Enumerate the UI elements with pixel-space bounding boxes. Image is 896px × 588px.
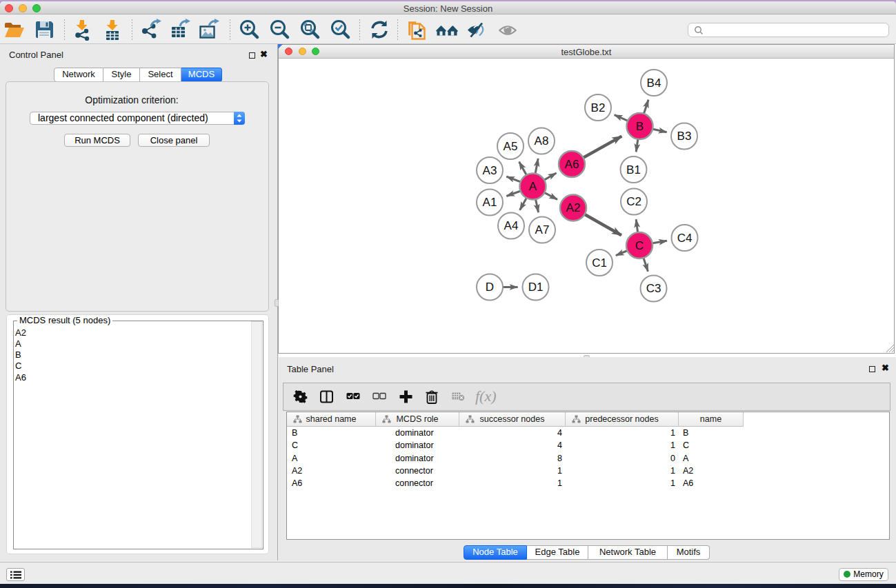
svg-text:A8: A8: [535, 134, 549, 148]
svg-text:A3: A3: [483, 164, 497, 177]
svg-text:B2: B2: [591, 101, 606, 114]
svg-text:B3: B3: [677, 130, 692, 143]
svg-text:B4: B4: [647, 77, 661, 90]
svg-text:A2: A2: [566, 201, 581, 214]
svg-text:D: D: [486, 281, 494, 294]
svg-text:A4: A4: [504, 219, 519, 232]
svg-text:C2: C2: [626, 195, 641, 208]
svg-text:A7: A7: [535, 223, 550, 236]
svg-text:C4: C4: [677, 232, 693, 245]
svg-text:C3: C3: [646, 282, 661, 295]
svg-text:A: A: [529, 180, 537, 193]
svg-text:D1: D1: [528, 281, 544, 294]
svg-text:C1: C1: [592, 256, 607, 270]
svg-text:B1: B1: [626, 163, 641, 176]
svg-text:A5: A5: [504, 140, 518, 153]
svg-text:A1: A1: [483, 196, 497, 209]
svg-text:B: B: [636, 120, 644, 133]
svg-text:A6: A6: [565, 158, 579, 171]
svg-text:C: C: [635, 239, 644, 252]
